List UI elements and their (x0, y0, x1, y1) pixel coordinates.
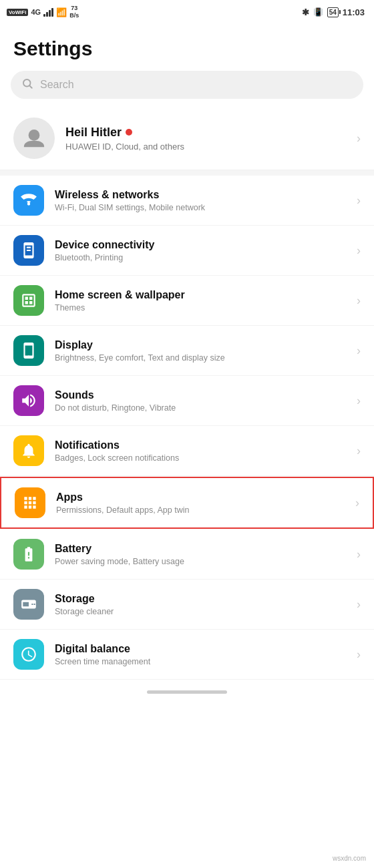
sounds-chevron: › (357, 394, 361, 408)
page-title: Settings (0, 24, 374, 71)
storage-chevron: › (357, 598, 361, 612)
battery-settings-text: Battery Power saving mode, Battery usage (55, 543, 351, 566)
digital-balance-chevron: › (357, 648, 361, 662)
digital-balance-title: Digital balance (55, 643, 351, 655)
speed-indicator: 73 B/s (69, 5, 79, 19)
battery-container: 54 (327, 7, 339, 17)
storage-text: Storage Storage cleaner (55, 593, 351, 616)
notifications-chevron: › (357, 444, 361, 458)
battery-settings-title: Battery (55, 543, 351, 555)
wireless-chevron: › (357, 194, 361, 208)
settings-item-storage[interactable]: Storage Storage cleaner › (0, 580, 374, 630)
storage-title: Storage (55, 593, 351, 605)
search-bar[interactable]: Search (11, 71, 363, 99)
home-screen-icon (13, 285, 44, 316)
sounds-subtitle: Do not disturb, Ringtone, Vibrate (55, 403, 351, 413)
wifi-icon: 📶 (56, 7, 67, 17)
battery-settings-icon (13, 539, 44, 570)
section-divider (0, 170, 374, 176)
apps-chevron: › (355, 496, 359, 510)
vowifi-icon: VoWiFi (7, 9, 28, 16)
status-left: VoWiFi 4G 📶 73 B/s (7, 5, 79, 19)
settings-item-notifications[interactable]: Notifications Badges, Lock screen notifi… (0, 426, 374, 476)
device-connectivity-chevron: › (357, 244, 361, 258)
sounds-text: Sounds Do not disturb, Ringtone, Vibrate (55, 389, 351, 413)
settings-item-sounds[interactable]: Sounds Do not disturb, Ringtone, Vibrate… (0, 376, 374, 426)
wireless-title: Wireless & networks (55, 189, 351, 201)
home-screen-text: Home screen & wallpaper Themes (55, 289, 351, 312)
settings-item-display[interactable]: Display Brightness, Eye comfort, Text an… (0, 326, 374, 376)
sounds-title: Sounds (55, 389, 351, 401)
digital-balance-icon (13, 639, 44, 670)
display-text: Display Brightness, Eye comfort, Text an… (55, 339, 351, 363)
status-right: ✱ 📳 54 11:03 (302, 7, 365, 17)
profile-name: Heil Hitler (65, 126, 346, 140)
battery-settings-chevron: › (357, 548, 361, 562)
device-connectivity-icon (13, 235, 44, 266)
home-bar (0, 680, 374, 702)
svg-line-1 (29, 85, 31, 87)
avatar (13, 118, 55, 159)
home-screen-subtitle: Themes (55, 303, 351, 312)
display-icon (13, 335, 44, 366)
profile-subtitle: HUAWEI ID, Cloud, and others (65, 142, 346, 152)
wireless-icon (13, 185, 44, 216)
svg-point-5 (28, 356, 29, 357)
notifications-title: Notifications (55, 439, 351, 451)
home-indicator (147, 690, 227, 694)
profile-section[interactable]: Heil Hitler HUAWEI ID, Cloud, and others… (0, 107, 374, 170)
notifications-icon (13, 435, 44, 466)
online-indicator (126, 129, 132, 136)
display-subtitle: Brightness, Eye comfort, Text and displa… (55, 353, 351, 363)
sounds-icon (13, 385, 44, 416)
storage-icon (13, 589, 44, 620)
home-screen-title: Home screen & wallpaper (55, 289, 351, 301)
wireless-text: Wireless & networks Wi-Fi, Dual SIM sett… (55, 189, 351, 212)
svg-point-2 (29, 130, 40, 141)
profile-info: Heil Hitler HUAWEI ID, Cloud, and others (65, 126, 346, 152)
device-connectivity-text: Device connectivity Bluetooth, Printing (55, 239, 351, 262)
device-connectivity-title: Device connectivity (55, 239, 351, 251)
settings-list: Wireless & networks Wi-Fi, Dual SIM sett… (0, 176, 374, 680)
apps-text: Apps Permissions, Default apps, App twin (56, 491, 350, 515)
digital-balance-text: Digital balance Screen time management (55, 643, 351, 666)
svg-rect-4 (27, 250, 31, 251)
settings-item-home-screen[interactable]: Home screen & wallpaper Themes › (0, 276, 374, 326)
settings-item-battery[interactable]: Battery Power saving mode, Battery usage… (0, 529, 374, 580)
profile-chevron-icon: › (357, 132, 361, 146)
settings-item-wireless[interactable]: Wireless & networks Wi-Fi, Dual SIM sett… (0, 176, 374, 226)
storage-subtitle: Storage cleaner (55, 607, 351, 616)
notifications-subtitle: Badges, Lock screen notifications (55, 453, 351, 463)
digital-balance-subtitle: Screen time management (55, 657, 351, 666)
time-display: 11:03 (343, 7, 365, 17)
settings-item-device-connectivity[interactable]: Device connectivity Bluetooth, Printing … (0, 226, 374, 276)
display-chevron: › (357, 344, 361, 358)
settings-item-digital-balance[interactable]: Digital balance Screen time management › (0, 630, 374, 680)
bluetooth-icon: ✱ (302, 7, 309, 17)
status-bar: VoWiFi 4G 📶 73 B/s ✱ 📳 54 11:03 (0, 0, 374, 24)
signal-bars (43, 7, 53, 17)
notifications-text: Notifications Badges, Lock screen notifi… (55, 439, 351, 463)
watermark: wsxdn.com (330, 854, 369, 863)
apps-icon (15, 487, 45, 518)
display-title: Display (55, 339, 351, 351)
home-screen-chevron: › (357, 294, 361, 308)
battery-level: 54 (327, 7, 339, 17)
wireless-subtitle: Wi-Fi, Dual SIM settings, Mobile network (55, 203, 351, 212)
apps-title: Apps (56, 491, 350, 503)
battery-settings-subtitle: Power saving mode, Battery usage (55, 557, 351, 566)
svg-rect-3 (27, 247, 31, 248)
vibrate-icon: 📳 (313, 7, 323, 17)
settings-item-apps[interactable]: Apps Permissions, Default apps, App twin… (0, 477, 374, 529)
search-icon (21, 77, 33, 92)
device-connectivity-subtitle: Bluetooth, Printing (55, 253, 351, 262)
network-type: 4G (31, 8, 41, 16)
search-placeholder: Search (40, 79, 74, 91)
apps-subtitle: Permissions, Default apps, App twin (56, 505, 350, 515)
